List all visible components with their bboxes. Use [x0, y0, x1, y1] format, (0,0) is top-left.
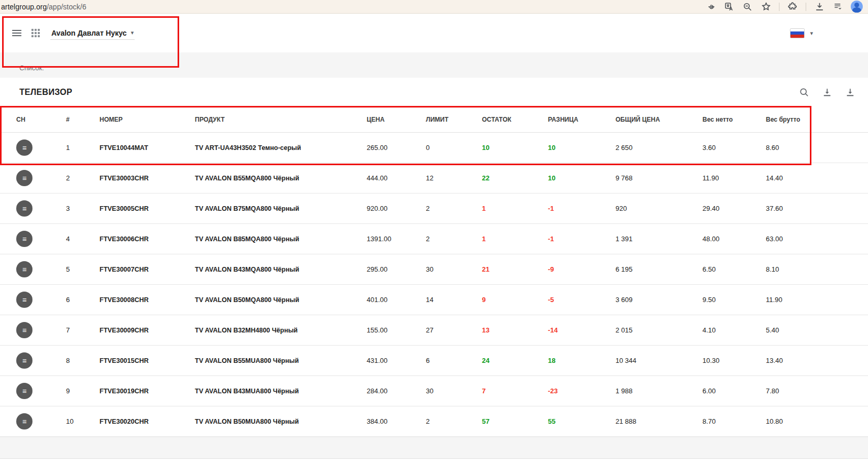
russian-flag-icon — [790, 28, 805, 38]
cell-price: 444.00 — [367, 174, 426, 182]
table-row: ≡ 10 FTVE30020CHR TV AVALON B50MUA800 Чё… — [0, 406, 868, 437]
cell-row-number: 10 — [66, 417, 100, 425]
card-title: ТЕЛЕВИЗОР — [19, 88, 72, 97]
card-header: ТЕЛЕВИЗОР — [0, 78, 868, 107]
cell-total-price: 6 195 — [616, 265, 702, 273]
download-icon[interactable] — [844, 86, 856, 99]
table-row: ≡ 8 FTVE30015CHR TV AVALON B55MUA800 Чёр… — [0, 346, 868, 376]
cell-product-name: TV AVALON B85MQA800 Чёрный — [195, 235, 367, 243]
row-menu-button[interactable]: ≡ — [16, 170, 32, 186]
row-action-cell: ≡ — [16, 231, 66, 247]
browser-action-icons — [706, 1, 863, 13]
cell-stock: 10 — [482, 144, 548, 152]
row-menu-button[interactable]: ≡ — [16, 139, 32, 156]
row-menu-button[interactable]: ≡ — [16, 352, 32, 369]
cell-difference: -1 — [548, 235, 616, 243]
cell-limit: 30 — [426, 387, 482, 395]
download-icon[interactable] — [814, 2, 825, 12]
cell-gross-weight: 10.80 — [766, 417, 868, 425]
reading-list-icon[interactable] — [832, 2, 843, 12]
cell-limit: 2 — [426, 235, 482, 243]
cell-gross-weight: 5.40 — [766, 326, 868, 334]
cell-total-price: 2 015 — [616, 326, 702, 334]
key-icon[interactable] — [706, 2, 716, 12]
cell-product-code: FTVE10044MAT — [100, 144, 195, 152]
cell-stock: 24 — [482, 357, 548, 364]
table-row: ≡ 3 FTVE30005CHR TV AVALON B75MQA800 Чёр… — [0, 194, 868, 224]
cell-product-name: TV AVALON B43MQA800 Чёрный — [195, 266, 367, 273]
row-menu-button[interactable]: ≡ — [16, 231, 32, 247]
list-icon: ≡ — [22, 266, 26, 273]
cell-product-code: FTVE30003CHR — [100, 175, 195, 182]
cell-gross-weight: 37.60 — [766, 205, 868, 212]
hamburger-icon — [12, 30, 21, 36]
column-header-6: ОСТАТОК — [482, 116, 548, 123]
download-icon[interactable] — [821, 86, 833, 99]
list-icon: ≡ — [22, 418, 26, 425]
language-selector[interactable]: ▾ — [790, 28, 813, 38]
star-icon[interactable] — [761, 2, 771, 12]
menu-button[interactable] — [7, 24, 26, 42]
search-icon[interactable] — [798, 86, 810, 99]
cell-price: 401.00 — [367, 296, 426, 304]
profile-avatar[interactable] — [851, 1, 863, 13]
cell-total-price: 10 344 — [616, 357, 702, 364]
cell-stock: 1 — [482, 235, 548, 243]
cell-product-code: FTVE30009CHR — [100, 327, 195, 334]
row-menu-button[interactable]: ≡ — [16, 292, 32, 308]
company-name: Avalon Давлат Нукус — [51, 29, 127, 37]
cell-price: 295.00 — [367, 265, 426, 273]
row-action-cell: ≡ — [16, 322, 66, 338]
cell-gross-weight: 7.80 — [766, 387, 868, 395]
translate-icon[interactable] — [724, 2, 734, 12]
cell-net-weight: 10.30 — [702, 357, 766, 364]
cell-net-weight: 4.10 — [702, 326, 766, 334]
cell-limit: 2 — [426, 205, 482, 212]
cell-total-price: 9 768 — [616, 174, 702, 182]
table-row: ≡ 7 FTVE30009CHR TV AVALON B32MH4800 Чёр… — [0, 315, 868, 346]
cell-product-name: TV AVALON B50MQA800 Чёрный — [195, 296, 367, 304]
cell-price: 920.00 — [367, 205, 426, 212]
row-menu-button[interactable]: ≡ — [16, 322, 32, 338]
cell-difference: -14 — [548, 326, 616, 334]
cell-product-name: TV AVALON B32MH4800 Чёрный — [195, 327, 367, 334]
cell-price: 265.00 — [367, 144, 426, 152]
row-menu-button[interactable]: ≡ — [16, 200, 32, 217]
cell-product-name: TV AVALON B50MUA800 Чёрный — [195, 418, 367, 425]
cell-net-weight: 8.70 — [702, 417, 766, 425]
column-header-8: ОБЩИЙ ЦЕНА — [616, 116, 702, 123]
cell-difference: -1 — [548, 205, 616, 212]
cell-product-code: FTVE30007CHR — [100, 266, 195, 273]
cell-net-weight: 6.00 — [702, 387, 766, 395]
cell-gross-weight: 14.40 — [766, 174, 868, 182]
list-icon: ≡ — [22, 296, 26, 304]
cell-limit: 0 — [426, 144, 482, 152]
column-header-5: ЛИМИТ — [426, 116, 482, 123]
cell-price: 155.00 — [367, 326, 426, 334]
cell-stock: 13 — [482, 326, 548, 334]
address-bar[interactable]: artelgroup.org/app/stock/6 — [1, 3, 86, 11]
row-menu-button[interactable]: ≡ — [16, 261, 32, 277]
cell-gross-weight: 13.40 — [766, 357, 868, 364]
cell-stock: 22 — [482, 174, 548, 182]
cell-price: 1391.00 — [367, 235, 426, 243]
cell-product-code: FTVE30020CHR — [100, 418, 195, 425]
list-icon: ≡ — [22, 144, 26, 152]
row-action-cell: ≡ — [16, 413, 66, 429]
row-menu-button[interactable]: ≡ — [16, 413, 32, 429]
cell-row-number: 4 — [66, 235, 100, 243]
cell-net-weight: 11.90 — [702, 174, 766, 182]
cell-row-number: 3 — [66, 205, 100, 212]
cell-price: 284.00 — [367, 387, 426, 395]
company-selector[interactable]: Avalon Давлат Нукус ▾ — [50, 27, 135, 40]
chevron-down-icon: ▾ — [810, 30, 813, 36]
cell-stock: 21 — [482, 265, 548, 273]
row-menu-button[interactable]: ≡ — [16, 383, 32, 399]
cell-limit: 12 — [426, 174, 482, 182]
table-row: ≡ 4 FTVE30006CHR TV AVALON B85MQA800 Чёр… — [0, 224, 868, 254]
apps-grid-button[interactable] — [26, 24, 45, 42]
cell-limit: 14 — [426, 296, 482, 304]
cell-net-weight: 29.40 — [702, 205, 766, 212]
zoom-icon[interactable] — [742, 2, 753, 12]
extensions-icon[interactable] — [787, 2, 798, 12]
